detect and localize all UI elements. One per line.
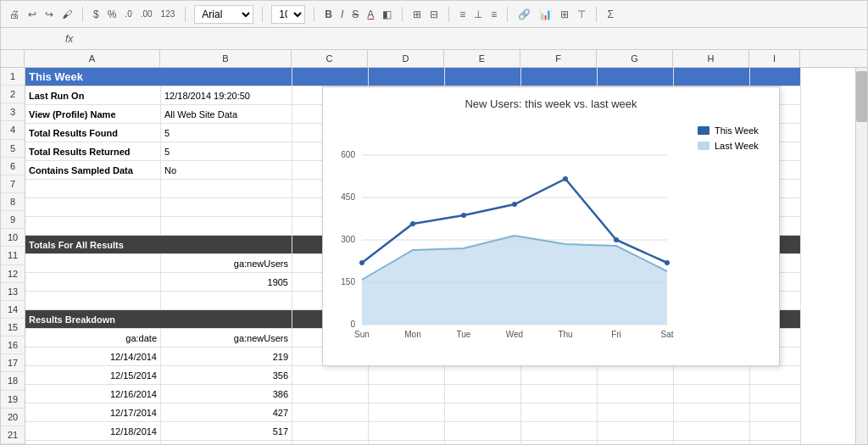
row-num-1[interactable]: 1: [1, 68, 25, 86]
font-size-selector[interactable]: 10: [271, 5, 305, 24]
row-num-8[interactable]: 8: [1, 193, 25, 211]
align-middle-icon[interactable]: ⊥: [472, 7, 484, 22]
cell-a12[interactable]: [25, 273, 161, 292]
cell-d1[interactable]: [369, 68, 445, 86]
cell-a13[interactable]: [25, 292, 161, 310]
cell-a6[interactable]: Contains Sampled Data: [25, 161, 161, 180]
cell-a1[interactable]: This Week: [25, 68, 292, 86]
cell-b5[interactable]: 5: [161, 142, 292, 161]
cell-a5[interactable]: Total Results Returned: [25, 142, 161, 161]
font-color-icon[interactable]: A: [365, 7, 376, 22]
cell-h1[interactable]: [674, 68, 750, 86]
print-icon[interactable]: 🖨: [8, 7, 21, 22]
cell-b21[interactable]: [161, 441, 292, 444]
undo-icon[interactable]: ↩: [26, 7, 38, 22]
cell-b2[interactable]: 12/18/2014 19:20:50: [161, 86, 292, 105]
cell-b7[interactable]: [161, 180, 292, 198]
cell-f18[interactable]: [521, 385, 598, 403]
align-left-icon[interactable]: ≡: [458, 7, 467, 22]
cell-i20[interactable]: [750, 422, 801, 441]
cell-b9[interactable]: [161, 217, 292, 236]
borders-icon[interactable]: ⊞: [411, 7, 423, 22]
cell-c20[interactable]: [292, 422, 369, 441]
cell-a19[interactable]: 12/17/2014: [25, 403, 161, 422]
row-num-9[interactable]: 9: [1, 211, 25, 229]
cell-h21[interactable]: [674, 441, 750, 444]
row-num-4[interactable]: 4: [1, 121, 25, 139]
cell-g21[interactable]: [598, 441, 674, 444]
cell-i21[interactable]: [750, 441, 801, 444]
col-header-a[interactable]: A: [25, 50, 160, 67]
row-num-11[interactable]: 11: [1, 247, 25, 264]
cell-a2[interactable]: Last Run On: [25, 86, 161, 105]
redo-icon[interactable]: ↪: [43, 7, 55, 22]
row-num-13[interactable]: 13: [1, 283, 25, 301]
row-num-10[interactable]: 10: [1, 229, 25, 247]
merge-icon[interactable]: ⊟: [428, 7, 440, 22]
cell-b15[interactable]: ga:newUsers: [161, 329, 292, 348]
col-header-i[interactable]: I: [749, 50, 800, 67]
cell-b18[interactable]: 386: [161, 385, 292, 403]
cell-g20[interactable]: [598, 422, 674, 441]
cell-e17[interactable]: [445, 366, 521, 385]
font-selector[interactable]: Arial: [194, 5, 253, 24]
row-num-6[interactable]: 6: [1, 158, 25, 175]
cell-f17[interactable]: [521, 366, 598, 385]
cell-b3[interactable]: All Web Site Data: [161, 105, 292, 124]
filter-icon[interactable]: ⊤: [576, 7, 587, 22]
cell-f1[interactable]: [521, 68, 598, 86]
percent-icon[interactable]: %: [106, 7, 119, 22]
cell-h18[interactable]: [674, 385, 750, 403]
row-num-20[interactable]: 20: [1, 409, 25, 426]
cell-a9[interactable]: [25, 217, 161, 236]
decimal-format-icon[interactable]: 123: [159, 8, 177, 20]
function-icon[interactable]: Σ: [605, 7, 615, 22]
row-num-5[interactable]: 5: [1, 140, 25, 158]
link-icon[interactable]: 🔗: [516, 7, 532, 22]
cell-b12[interactable]: 1905: [161, 273, 292, 292]
cell-f21[interactable]: [521, 441, 598, 444]
row-num-16[interactable]: 16: [1, 337, 25, 354]
row-num-18[interactable]: 18: [1, 372, 25, 390]
cell-d17[interactable]: [369, 366, 445, 385]
cell-a8[interactable]: [25, 198, 161, 217]
dollar-icon[interactable]: $: [92, 7, 101, 22]
row-num-14[interactable]: 14: [1, 301, 25, 319]
cell-a17[interactable]: 12/15/2014: [25, 366, 161, 385]
row-num-3[interactable]: 3: [1, 103, 25, 121]
cell-a21[interactable]: [25, 441, 161, 444]
cell-g17[interactable]: [598, 366, 674, 385]
col-header-d[interactable]: D: [368, 50, 444, 67]
align-right-icon[interactable]: ≡: [489, 7, 498, 22]
col-header-f[interactable]: F: [520, 50, 597, 67]
cell-g1[interactable]: [598, 68, 674, 86]
cell-a14[interactable]: Results Breakdown: [25, 310, 292, 329]
cell-g18[interactable]: [598, 385, 674, 403]
col-header-b[interactable]: B: [160, 50, 292, 67]
cell-e18[interactable]: [445, 385, 521, 403]
row-num-15[interactable]: 15: [1, 319, 25, 337]
cell-b13[interactable]: [161, 292, 292, 310]
fill-color-icon[interactable]: ◧: [381, 7, 393, 22]
cell-i18[interactable]: [750, 385, 801, 403]
scrollbar-thumb[interactable]: [856, 71, 867, 122]
cell-c1[interactable]: [292, 68, 369, 86]
row-num-21[interactable]: 21: [1, 426, 25, 444]
cell-b6[interactable]: No: [161, 161, 292, 180]
cell-a11[interactable]: [25, 254, 161, 273]
cell-h19[interactable]: [674, 403, 750, 422]
cell-f19[interactable]: [521, 403, 598, 422]
row-num-2[interactable]: 2: [1, 86, 25, 103]
cell-g19[interactable]: [598, 403, 674, 422]
cell-a18[interactable]: 12/16/2014: [25, 385, 161, 403]
cell-e1[interactable]: [445, 68, 521, 86]
cell-b16[interactable]: 219: [161, 348, 292, 366]
cell-a15[interactable]: ga:date: [25, 329, 161, 348]
cell-c18[interactable]: [292, 385, 369, 403]
cell-i17[interactable]: [750, 366, 801, 385]
col-header-e[interactable]: E: [444, 50, 520, 67]
cell-b11[interactable]: ga:newUsers: [161, 254, 292, 273]
cell-e21[interactable]: [445, 441, 521, 444]
col-header-c[interactable]: C: [292, 50, 368, 67]
cell-b19[interactable]: 427: [161, 403, 292, 422]
